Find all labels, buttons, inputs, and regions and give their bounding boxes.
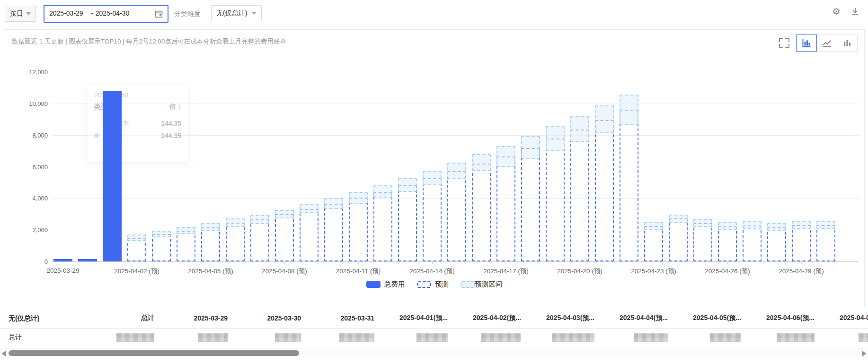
forecast-interval-band [447,163,466,179]
forecast-interval-band [570,116,589,142]
scroll-left-arrow-icon[interactable] [2,351,6,356]
forecast-bar[interactable] [595,120,614,261]
redacted-value [275,333,301,342]
table-column-header: 2025-04-05(预... [679,314,753,322]
summary-table: 无(仅总计) 总计2025-03-292025-03-302025-03-312… [0,308,868,364]
forecast-bar[interactable] [152,234,171,261]
x-axis-label: 2025-04-11 (预) [336,267,381,276]
legend-item[interactable]: 80%预测区间 [461,280,502,289]
sort-desc-icon: ↓ [178,103,181,110]
table-cell [826,333,868,342]
forecast-bar[interactable] [447,171,466,261]
x-axis-tick [211,261,211,264]
forecast-bar[interactable] [226,223,245,261]
forecast-interval-band [816,221,835,228]
x-axis-label: 2025-04-29 (预) [779,267,824,276]
actual-bar[interactable] [53,259,72,261]
forecast-bar[interactable] [324,204,343,261]
legend-item[interactable]: 预测 [417,280,449,289]
redacted-value [416,333,448,342]
dimension-dropdown[interactable]: 无(仅总计) [211,5,262,21]
forecast-bar[interactable] [570,130,589,261]
forecast-bar[interactable] [349,198,368,261]
forecast-bar[interactable] [718,226,737,261]
redacted-value [859,333,868,342]
row-label: 总计 [0,333,92,342]
forecast-bar[interactable] [620,110,638,261]
calendar-icon [155,10,163,18]
forecast-interval-band [718,222,737,230]
forecast-bar[interactable] [398,185,417,261]
chevron-down-icon [252,12,257,15]
horizontal-scrollbar [0,348,868,359]
forecast-bar[interactable] [201,227,220,261]
download-icon[interactable] [851,7,859,16]
y-axis-label: 0 [10,258,48,265]
forecast-bar[interactable] [496,156,515,261]
table-column-header: 2025-04-06(预... [753,314,826,322]
table-column-header: 2025-03-31 [312,314,386,322]
forecast-bar[interactable] [300,209,319,261]
x-axis-tick [63,261,63,264]
legend-item[interactable]: 总费用 [366,280,405,289]
actual-bar[interactable] [78,259,97,261]
x-axis-label: 2025-04-20 (预) [557,267,602,276]
actual-bar[interactable] [103,91,122,261]
forecast-interval-band [743,221,762,229]
forecast-bar[interactable] [250,219,269,261]
forecast-bar[interactable] [177,231,195,261]
dimension-value: 无(仅总计) [216,9,247,17]
x-axis-tick [801,261,802,264]
x-axis-label: 2025-04-26 (预) [705,267,750,276]
forecast-bar[interactable] [127,238,146,261]
forecast-interval-band [324,198,343,209]
forecast-interval-band [373,185,392,198]
forecast-bar[interactable] [669,218,688,261]
granularity-dropdown[interactable]: 按日 [5,6,36,22]
forecast-bar[interactable] [792,225,811,261]
forecast-bar[interactable] [816,225,835,261]
table-dimension-header: 无(仅总计) [0,312,92,324]
forecast-bar[interactable] [521,148,540,261]
table-cell [166,333,239,342]
forecast-interval-band [250,215,269,224]
table-row: 总计 [0,328,868,347]
forecast-interval-band [472,154,491,171]
redacted-value [634,333,668,342]
forecast-bar[interactable] [423,178,442,261]
forecast-bar[interactable] [472,164,491,261]
scrollbar-thumb[interactable] [9,350,299,356]
table-column-header: 2025-04-03(预... [532,314,606,322]
forecast-interval-band [300,204,319,213]
granularity-label: 按日 [10,9,23,18]
x-axis-tick [506,261,506,264]
x-axis-tick [137,261,137,264]
x-axis-label: 2025-04-05 (预) [188,267,233,276]
table-cell [753,333,826,342]
x-axis-tick [358,261,359,264]
forecast-bar[interactable] [693,223,712,261]
y-axis-label: 8,000 [10,131,48,139]
table-cell [312,333,386,342]
forecast-interval-band [767,223,786,231]
chevron-down-icon [26,12,31,15]
date-range-value: 2025-03-29 ~ 2025-04-30 [49,9,129,18]
forecast-bar[interactable] [767,227,786,261]
forecast-bar[interactable] [373,192,392,261]
x-axis-label: 2025-04-23 (预) [631,267,676,276]
forecast-bar[interactable] [546,139,565,261]
forecast-interval-band [496,146,515,167]
forecast-interval-band [398,178,417,192]
forecast-bar[interactable] [743,225,762,261]
table-cell [606,333,679,342]
redacted-value [198,333,228,342]
date-range-picker[interactable]: 2025-03-29 ~ 2025-04-30 [44,5,168,23]
scroll-right-arrow-icon[interactable] [862,351,866,356]
y-axis-label: 6,000 [10,163,48,170]
gear-icon[interactable]: ⚙ [832,7,841,16]
forecast-bar[interactable] [275,214,294,261]
forecast-bar[interactable] [644,226,663,261]
gridline [52,72,859,72]
chart-type-grouped-bar-button[interactable] [796,35,817,52]
chart-panel: 数据延迟 1 天更新 | 图表仅展示TOP10 | 每月2号12:00点后可在成… [4,29,865,307]
